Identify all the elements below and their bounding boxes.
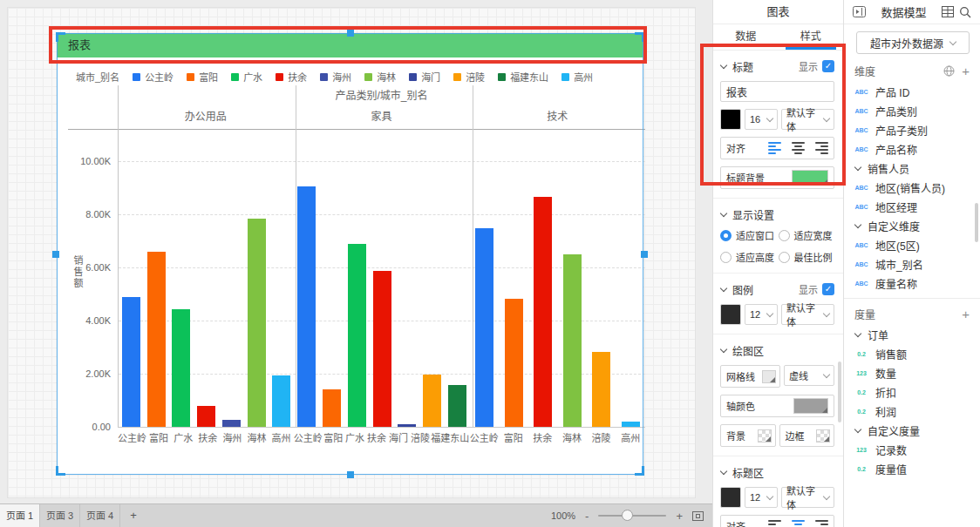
chart-widget[interactable]: 报表 城市_别名 公主岭富阳广水扶余海州海林海门涪陵福建东山高州 产品类别/城市… <box>57 33 643 475</box>
collapse-caret-icon[interactable] <box>720 346 727 353</box>
align-center-button[interactable] <box>792 142 805 154</box>
bar-办公用品-高州[interactable] <box>272 375 290 427</box>
bar-家具-广水[interactable] <box>348 244 366 427</box>
legend-item-广水[interactable]: 广水 <box>231 70 262 84</box>
bar-技术-富阳[interactable] <box>505 299 523 427</box>
radio-button[interactable] <box>720 252 732 263</box>
bar-办公用品-扶余[interactable] <box>197 406 215 427</box>
collapse-caret-icon[interactable] <box>720 62 727 69</box>
collapse-caret-icon[interactable] <box>854 330 861 337</box>
legend-item-福建东山[interactable]: 福建东山 <box>498 70 548 84</box>
fit-to-screen-icon[interactable] <box>692 511 704 521</box>
title-area-font-family-select[interactable]: 默认字体 <box>781 487 834 508</box>
bar-家具-公主岭[interactable] <box>297 186 316 427</box>
data-panel-scrollbar[interactable] <box>975 203 978 242</box>
collapse-panel-icon[interactable] <box>853 6 866 17</box>
tab-data[interactable]: 数据 <box>713 24 779 50</box>
zoom-slider-handle[interactable] <box>622 510 633 521</box>
title-font-family-select[interactable]: 默认字体 <box>781 109 834 130</box>
bar-技术-扶余[interactable] <box>534 197 552 427</box>
collapse-caret-icon[interactable] <box>720 285 727 292</box>
field-item-度量值[interactable]: 0.2度量值 <box>844 459 980 478</box>
datasource-select[interactable]: 超市对外数据源 <box>856 31 970 54</box>
legend-show-checkbox[interactable]: ✓ <box>822 283 834 295</box>
legend-font-color-swatch[interactable] <box>720 304 741 325</box>
bar-技术-海林[interactable] <box>563 254 582 427</box>
field-group-销售人员[interactable]: 销售人员 <box>844 159 980 178</box>
collapse-caret-icon[interactable] <box>854 221 861 228</box>
align-right-button[interactable] <box>815 520 828 527</box>
radio-button[interactable] <box>779 252 790 263</box>
zoom-slider[interactable] <box>598 515 666 517</box>
bar-家具-扶余[interactable] <box>373 271 391 427</box>
collapse-caret-icon[interactable] <box>854 426 861 433</box>
zoom-out-button[interactable]: - <box>585 510 589 523</box>
align-left-button[interactable] <box>768 142 781 154</box>
bar-家具-富阳[interactable] <box>323 389 341 427</box>
field-item-度量名称[interactable]: ABC度量名称 <box>844 274 980 293</box>
display-option-适应宽度[interactable]: 适应宽度 <box>779 228 835 242</box>
field-item-产品类别[interactable]: ABC产品类别 <box>844 101 980 120</box>
bar-办公用品-海州[interactable] <box>222 420 241 427</box>
field-group-订单[interactable]: 订单 <box>844 325 980 344</box>
title-area-font-color-swatch[interactable] <box>720 487 741 508</box>
field-item-产品 ID[interactable]: ABC产品 ID <box>844 82 980 101</box>
field-group-自定义维度[interactable]: 自定义维度 <box>844 216 980 235</box>
bar-办公用品-广水[interactable] <box>172 309 190 427</box>
field-group-自定义度量[interactable]: 自定义度量 <box>844 421 980 440</box>
title-font-size-select[interactable]: 16 <box>745 109 778 130</box>
bar-家具-福建东山[interactable] <box>448 385 466 427</box>
link-globe-icon[interactable] <box>943 65 955 77</box>
gridline-color-swatch[interactable] <box>762 370 776 383</box>
tab-style[interactable]: 样式 <box>779 24 844 50</box>
field-item-销售额[interactable]: 0.2销售额 <box>844 344 980 363</box>
bar-技术-涪陵[interactable] <box>592 352 610 427</box>
field-item-折扣[interactable]: 0.2折扣 <box>844 382 980 402</box>
title-show-checkbox[interactable]: ✓ <box>822 60 834 72</box>
radio-button[interactable] <box>720 230 732 241</box>
legend-item-涪陵[interactable]: 涪陵 <box>453 70 485 84</box>
radio-button[interactable] <box>779 230 790 241</box>
bar-家具-涪陵[interactable] <box>423 375 441 427</box>
canvas-workspace[interactable]: 报表 城市_别名 公主岭富阳广水扶余海州海林海门涪陵福建东山高州 产品类别/城市… <box>0 0 712 503</box>
bar-技术-高州[interactable] <box>622 422 640 427</box>
display-option-最佳比例[interactable]: 最佳比例 <box>779 250 835 264</box>
field-item-城市_别名[interactable]: ABC城市_别名 <box>844 254 980 274</box>
field-item-地区(销售人员)[interactable]: ABC地区(销售人员) <box>844 178 980 197</box>
add-page-button[interactable]: + <box>120 504 146 527</box>
field-item-数量[interactable]: 123数量 <box>844 363 980 382</box>
legend-item-海州[interactable]: 海州 <box>320 70 351 84</box>
bar-办公用品-海林[interactable] <box>248 219 266 427</box>
bar-办公用品-公主岭[interactable] <box>122 297 140 427</box>
display-option-适应窗口[interactable]: 适应窗口 <box>720 228 777 242</box>
title-text-input[interactable]: 报表 <box>720 81 834 102</box>
page-tab-页面 1[interactable]: 页面 1 <box>0 504 40 527</box>
align-right-button[interactable] <box>815 142 828 154</box>
search-icon[interactable] <box>959 6 971 18</box>
plot-border-swatch[interactable] <box>816 429 830 443</box>
legend-font-family-select[interactable]: 默认字体 <box>781 304 834 325</box>
plot-background-swatch[interactable] <box>758 429 772 443</box>
legend-item-富阳[interactable]: 富阳 <box>187 70 218 84</box>
legend-item-海门[interactable]: 海门 <box>409 70 440 84</box>
style-panel-scrollbar[interactable] <box>838 361 841 422</box>
title-font-color-swatch[interactable] <box>720 109 741 130</box>
page-tab-页面 4[interactable]: 页面 4 <box>80 504 120 527</box>
bar-技术-公主岭[interactable] <box>475 228 493 427</box>
chart-widget-title[interactable]: 报表 <box>57 33 643 57</box>
collapse-caret-icon[interactable] <box>854 164 861 171</box>
zoom-in-button[interactable]: + <box>676 510 683 523</box>
bar-家具-海门[interactable] <box>398 424 416 427</box>
field-item-产品子类别[interactable]: ABC产品子类别 <box>844 120 980 139</box>
title-background-swatch[interactable] <box>792 170 828 186</box>
collapse-caret-icon[interactable] <box>720 468 727 475</box>
align-center-button[interactable] <box>792 520 805 527</box>
add-dimension-button[interactable]: + <box>962 64 970 78</box>
legend-item-高州[interactable]: 高州 <box>561 70 593 84</box>
field-item-记录数[interactable]: 123记录数 <box>844 440 980 459</box>
add-measure-button[interactable]: + <box>962 307 970 321</box>
page-tab-页面 3[interactable]: 页面 3 <box>40 504 80 527</box>
field-item-地区(5区)[interactable]: ABC地区(5区) <box>844 235 980 254</box>
align-left-button[interactable] <box>768 520 781 527</box>
table-view-icon[interactable] <box>942 6 954 17</box>
